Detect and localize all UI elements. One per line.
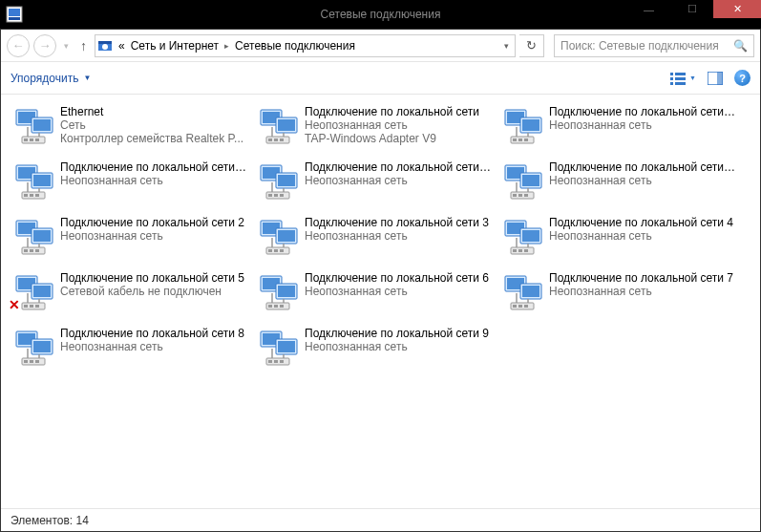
connection-status: Сеть bbox=[60, 118, 243, 132]
disconnected-icon: ✕ bbox=[9, 297, 20, 312]
network-adapter-icon bbox=[255, 326, 299, 370]
connection-name: Подключение по локальной сети 12 bbox=[305, 160, 492, 174]
connection-text: Подключение по локальной сети 8Неопознан… bbox=[60, 326, 244, 377]
refresh-button[interactable]: ↻ bbox=[519, 34, 544, 57]
network-adapter-icon bbox=[499, 104, 543, 148]
chevron-down-icon: ▼ bbox=[83, 74, 91, 82]
organize-label: Упорядочить bbox=[11, 72, 78, 85]
connection-item[interactable]: Подключение по локальной сети 7Неопознан… bbox=[496, 268, 740, 324]
location-icon bbox=[97, 38, 113, 53]
organize-button[interactable]: Упорядочить ▼ bbox=[11, 72, 91, 85]
up-button[interactable]: ↑ bbox=[80, 38, 87, 53]
breadcrumb-item[interactable]: Сеть и Интернет bbox=[131, 39, 219, 53]
connection-status: Неопознанная сеть bbox=[305, 285, 489, 298]
connection-item[interactable]: Подключение по локальной сетиНеопознанна… bbox=[251, 102, 496, 158]
connection-name: Подключение по локальной сети 8 bbox=[60, 327, 244, 340]
connection-text: Подключение по локальной сети 5Сетевой к… bbox=[60, 270, 244, 322]
network-adapter-icon bbox=[255, 270, 299, 314]
connection-status: Неопознанная сеть bbox=[549, 285, 733, 298]
connection-status: Неопознанная сеть bbox=[549, 229, 733, 243]
connection-text: Подключение по локальной сети 6Неопознан… bbox=[305, 270, 489, 322]
connection-item[interactable]: Подключение по локальной сети 12Неопозна… bbox=[251, 158, 496, 213]
connection-status: Неопознанная сеть bbox=[305, 174, 492, 187]
help-button[interactable]: ? bbox=[734, 70, 750, 86]
connection-device: TAP-Windows Adapter V9 bbox=[305, 132, 479, 145]
minimize-button[interactable]: — bbox=[627, 0, 670, 18]
item-count-label: Элементов: 14 bbox=[11, 514, 89, 527]
network-adapter-icon: ✕ bbox=[11, 270, 54, 314]
network-adapter-icon bbox=[499, 160, 543, 203]
connection-name: Подключение по локальной сети 13 bbox=[549, 160, 736, 174]
svg-rect-7 bbox=[675, 73, 686, 75]
forward-button[interactable]: → bbox=[33, 34, 56, 57]
connection-text: Подключение по локальной сети 2Неопознан… bbox=[60, 215, 244, 266]
toolbar: Упорядочить ▼ ▼ ? bbox=[1, 62, 760, 95]
connection-name: Подключение по локальной сети 5 bbox=[60, 271, 244, 285]
window-controls: — ☐ ✕ bbox=[627, 0, 761, 29]
network-adapter-icon bbox=[255, 160, 299, 203]
connection-name: Подключение по локальной сети bbox=[305, 105, 479, 118]
svg-rect-11 bbox=[675, 82, 686, 85]
network-adapter-icon bbox=[11, 215, 54, 259]
address-bar[interactable]: « Сеть и Интернет ▸ Сетевые подключения … bbox=[95, 34, 516, 57]
connection-name: Ethernet bbox=[60, 105, 243, 118]
connection-name: Подключение по локальной сети 9 bbox=[305, 327, 489, 340]
connection-item[interactable]: EthernetСетьКонтроллер семейства Realtek… bbox=[7, 102, 251, 158]
titlebar[interactable]: Сетевые подключения — ☐ ✕ bbox=[0, 0, 761, 29]
history-dropdown-icon[interactable]: ▾ bbox=[64, 41, 69, 51]
connection-name: Подключение по локальной сети 4 bbox=[549, 216, 733, 229]
connection-item[interactable]: Подключение по локальной сети 13Неопозна… bbox=[496, 158, 740, 213]
connection-status: Неопознанная сеть bbox=[60, 229, 244, 243]
connection-item[interactable]: Подключение по локальной сети 4Неопознан… bbox=[496, 213, 740, 268]
connection-text: Подключение по локальной сети 7Неопознан… bbox=[549, 270, 733, 322]
connection-status: Неопознанная сеть bbox=[60, 340, 244, 353]
connection-device: Контроллер семейства Realtek P... bbox=[60, 132, 243, 145]
chevron-down-icon: ▼ bbox=[689, 74, 696, 81]
svg-rect-13 bbox=[717, 72, 723, 85]
connection-status: Неопознанная сеть bbox=[549, 118, 736, 132]
connection-item[interactable]: Подключение по локальной сети 8Неопознан… bbox=[7, 324, 251, 379]
connection-item[interactable]: Подключение по локальной сети 10Неопозна… bbox=[496, 102, 740, 158]
connection-status: Неопознанная сеть bbox=[305, 229, 489, 243]
connection-text: EthernetСетьКонтроллер семейства Realtek… bbox=[60, 104, 243, 156]
connection-name: Подключение по локальной сети 10 bbox=[549, 105, 736, 118]
view-mode-button[interactable]: ▼ bbox=[670, 72, 696, 85]
connection-item[interactable]: Подключение по локальной сети 2Неопознан… bbox=[7, 213, 251, 268]
svg-rect-6 bbox=[670, 73, 673, 75]
svg-point-5 bbox=[102, 44, 108, 50]
network-adapter-icon bbox=[255, 215, 299, 259]
connection-name: Подключение по локальной сети 11 bbox=[60, 160, 247, 174]
connection-name: Подключение по локальной сети 6 bbox=[305, 271, 489, 285]
connection-item[interactable]: Подключение по локальной сети 3Неопознан… bbox=[251, 213, 496, 268]
content-area[interactable]: EthernetСетьКонтроллер семейства Realtek… bbox=[1, 95, 760, 508]
breadcrumb-prefix: « bbox=[118, 39, 125, 53]
connection-item[interactable]: Подключение по локальной сети 11Неопозна… bbox=[7, 158, 251, 213]
back-button[interactable]: ← bbox=[7, 34, 30, 57]
status-bar: Элементов: 14 bbox=[1, 508, 760, 531]
address-dropdown-icon[interactable]: ▾ bbox=[504, 41, 509, 51]
connection-text: Подключение по локальной сети 4Неопознан… bbox=[549, 215, 733, 266]
connection-status: Неопознанная сеть bbox=[60, 174, 247, 187]
preview-pane-button[interactable] bbox=[708, 72, 723, 85]
close-button[interactable]: ✕ bbox=[713, 0, 761, 18]
connection-item[interactable]: Подключение по локальной сети 9Неопознан… bbox=[251, 324, 496, 379]
chevron-right-icon[interactable]: ▸ bbox=[224, 41, 229, 51]
connection-item[interactable]: Подключение по локальной сети 6Неопознан… bbox=[251, 268, 496, 324]
svg-rect-9 bbox=[675, 77, 686, 80]
connection-name: Подключение по локальной сети 7 bbox=[549, 271, 733, 285]
connection-text: Подключение по локальной сети 9Неопознан… bbox=[305, 326, 489, 377]
search-input[interactable]: Поиск: Сетевые подключения 🔍 bbox=[554, 34, 754, 57]
items-grid: EthernetСетьКонтроллер семейства Realtek… bbox=[7, 102, 754, 379]
breadcrumb-item[interactable]: Сетевые подключения bbox=[235, 39, 355, 53]
connection-text: Подключение по локальной сетиНеопознанна… bbox=[305, 104, 479, 156]
network-adapter-icon bbox=[499, 215, 543, 259]
search-placeholder: Поиск: Сетевые подключения bbox=[560, 39, 733, 53]
network-adapter-icon bbox=[255, 104, 299, 148]
connection-status: Неопознанная сеть bbox=[549, 174, 736, 187]
maximize-button[interactable]: ☐ bbox=[670, 0, 713, 18]
connection-status: Неопознанная сеть bbox=[305, 340, 489, 353]
connection-name: Подключение по локальной сети 3 bbox=[305, 216, 489, 229]
search-icon[interactable]: 🔍 bbox=[733, 39, 748, 53]
connection-item[interactable]: ✕Подключение по локальной сети 5Сетевой … bbox=[7, 268, 251, 324]
network-adapter-icon bbox=[499, 270, 543, 314]
